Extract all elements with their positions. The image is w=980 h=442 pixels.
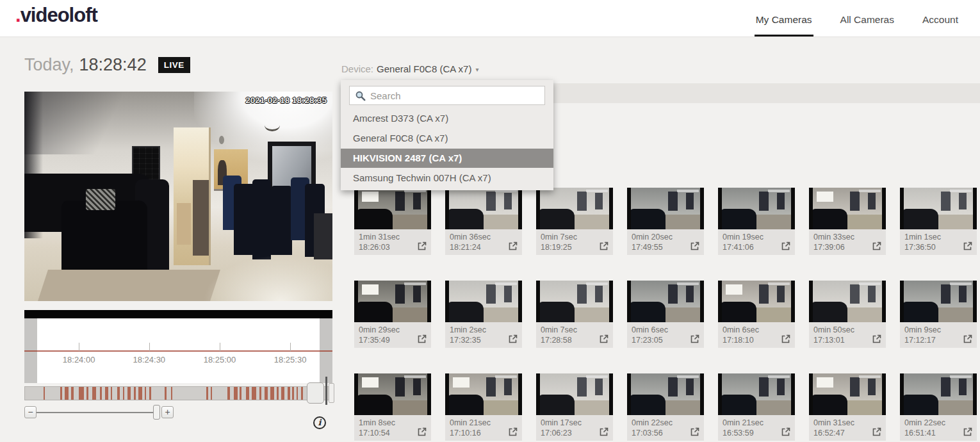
clip-card[interactable]: 0min 22sec 16:51:41	[900, 373, 977, 441]
thumb-doorway	[850, 284, 860, 304]
nav-item[interactable]: All Cameras	[839, 1, 895, 37]
thumb-timestamp-overlay	[859, 190, 881, 192]
clip-thumbnail	[627, 188, 704, 229]
thumb-letterbox	[700, 188, 704, 229]
open-external-icon[interactable]	[417, 334, 427, 344]
open-external-icon[interactable]	[781, 241, 791, 251]
activity-mark	[65, 387, 69, 400]
open-external-icon[interactable]	[417, 427, 427, 437]
device-dropdown-item[interactable]: Samsung Techwin 007H (CA x7)	[341, 168, 553, 188]
clip-card[interactable]: 1min 1sec 17:36:50	[900, 188, 977, 255]
timeline-zoom-in-button[interactable]: +	[161, 406, 174, 418]
kitchen-doorway	[174, 127, 211, 266]
thumb-timestamp-overlay	[859, 375, 881, 378]
open-external-icon[interactable]	[781, 427, 791, 437]
clip-card[interactable]: 0min 33sec 17:39:06	[809, 188, 886, 255]
thumb-letterbox	[900, 373, 904, 415]
open-external-icon[interactable]	[872, 241, 882, 251]
activity-mark	[265, 387, 268, 400]
clip-info: 0min 21sec 17:10:16	[445, 415, 522, 441]
open-external-icon[interactable]	[963, 427, 973, 437]
timeline-zoom-track[interactable]	[37, 412, 153, 413]
thumb-letterbox	[609, 281, 613, 322]
clip-card[interactable]: 0min 36sec 18:21:24	[445, 188, 522, 255]
thumb-doorway	[686, 286, 694, 302]
thumb-letterbox	[536, 281, 540, 322]
clip-info: 0min 36sec 18:21:24	[445, 229, 522, 255]
open-external-icon[interactable]	[781, 334, 791, 344]
clip-card[interactable]: 0min 50sec 17:13:01	[809, 281, 886, 348]
open-external-icon[interactable]	[872, 334, 882, 344]
thumb-doorway	[395, 377, 405, 397]
clip-thumbnail	[900, 373, 977, 415]
timeline-tick	[79, 343, 79, 351]
clip-card[interactable]: 1min 31sec 18:26:03	[354, 188, 431, 255]
playhead-cursor[interactable]	[325, 377, 327, 405]
open-external-icon[interactable]	[508, 241, 518, 251]
thumb-doorway	[941, 284, 951, 304]
clip-card[interactable]: 0min 9sec 17:12:17	[900, 281, 977, 348]
clip-card[interactable]: 0min 7sec 17:28:58	[536, 281, 613, 348]
timeline-zoom-slider[interactable]	[153, 405, 160, 420]
open-external-icon[interactable]	[963, 241, 973, 251]
scrubber-handle[interactable]	[307, 382, 324, 404]
clip-card[interactable]: 0min 19sec 17:41:06	[718, 188, 795, 255]
scrubber-handle-secondary[interactable]	[329, 383, 334, 403]
clip-info: 1min 1sec 17:36:50	[900, 229, 977, 255]
clip-card[interactable]: 0min 22sec 17:03:56	[627, 373, 704, 441]
open-external-icon[interactable]	[690, 427, 700, 437]
open-external-icon[interactable]	[872, 427, 882, 437]
device-dropdown-item[interactable]: Amcrest D373 (CA x7)	[341, 109, 553, 128]
clip-card[interactable]: 1min 8sec 17:10:54	[354, 373, 431, 441]
open-external-icon[interactable]	[508, 334, 518, 344]
device-search-input[interactable]	[369, 86, 542, 104]
nav-item[interactable]: Account	[921, 1, 960, 37]
clip-card[interactable]: 0min 20sec 17:49:55	[627, 188, 704, 255]
clip-card[interactable]: 0min 6sec 17:18:10	[718, 281, 795, 348]
open-external-icon[interactable]	[690, 334, 700, 344]
timeline-window[interactable]: 18:24:0018:24:3018:25:0018:25:30	[24, 318, 332, 383]
clip-card[interactable]: 0min 31sec 16:52:47	[809, 373, 886, 441]
thumb-couch	[448, 302, 484, 322]
open-external-icon[interactable]	[599, 334, 609, 344]
open-external-icon[interactable]	[963, 334, 973, 344]
info-icon[interactable]: i	[313, 416, 326, 429]
open-external-icon[interactable]	[508, 427, 518, 437]
clip-info: 1min 2sec 17:32:35	[445, 322, 522, 348]
open-external-icon[interactable]	[417, 241, 427, 251]
activity-mark	[171, 387, 172, 400]
clip-card[interactable]: 0min 17sec 17:06:23	[536, 373, 613, 441]
clip-card[interactable]: 0min 29sec 17:35:49	[354, 281, 431, 348]
device-selector[interactable]: Device:General F0C8 (CA x7)▾	[341, 63, 478, 74]
search-icon	[355, 90, 366, 102]
clip-info: 0min 31sec 16:52:47	[809, 415, 886, 441]
thumb-doorway	[413, 193, 421, 209]
live-camera-view[interactable]: 2021-02-18 18:28:35	[24, 92, 332, 301]
timeline-tick-label: 18:24:30	[133, 355, 165, 364]
nav-item[interactable]: My Cameras	[755, 1, 813, 37]
clip-card[interactable]: 0min 21sec 17:10:16	[445, 373, 522, 441]
timeline-zoom-out-button[interactable]: −	[24, 406, 37, 418]
live-badge[interactable]: LIVE	[158, 57, 190, 73]
clip-card[interactable]: 1min 2sec 17:32:35	[445, 281, 522, 348]
activity-scrubber[interactable]	[24, 386, 332, 400]
thumb-letterbox	[973, 373, 977, 415]
clip-card[interactable]: 0min 6sec 17:23:05	[627, 281, 704, 348]
thumb-doorway	[759, 377, 769, 397]
clip-thumbnail	[536, 281, 613, 322]
device-dropdown-items: Amcrest D373 (CA x7)General F0C8 (CA x7)…	[341, 109, 553, 188]
device-dropdown-item[interactable]: General F0C8 (CA x7)	[341, 129, 553, 148]
open-external-icon[interactable]	[599, 241, 609, 251]
timeline-event-line	[24, 350, 332, 352]
open-external-icon[interactable]	[690, 241, 700, 251]
open-external-icon[interactable]	[599, 427, 609, 437]
clip-info: 0min 7sec 17:28:58	[536, 322, 613, 348]
device-dropdown-item[interactable]: HIKVISION 2487 (CA x7)	[341, 149, 553, 168]
videoloft-logo[interactable]: .videoloft	[15, 4, 97, 27]
timeline-tick	[290, 343, 291, 351]
clip-card[interactable]: 0min 21sec 16:53:59	[718, 373, 795, 441]
clip-card[interactable]: 0min 7sec 18:19:25	[536, 188, 613, 255]
thumb-doorway	[668, 192, 678, 211]
thumb-couch	[357, 209, 393, 229]
thumb-couch	[539, 302, 575, 322]
